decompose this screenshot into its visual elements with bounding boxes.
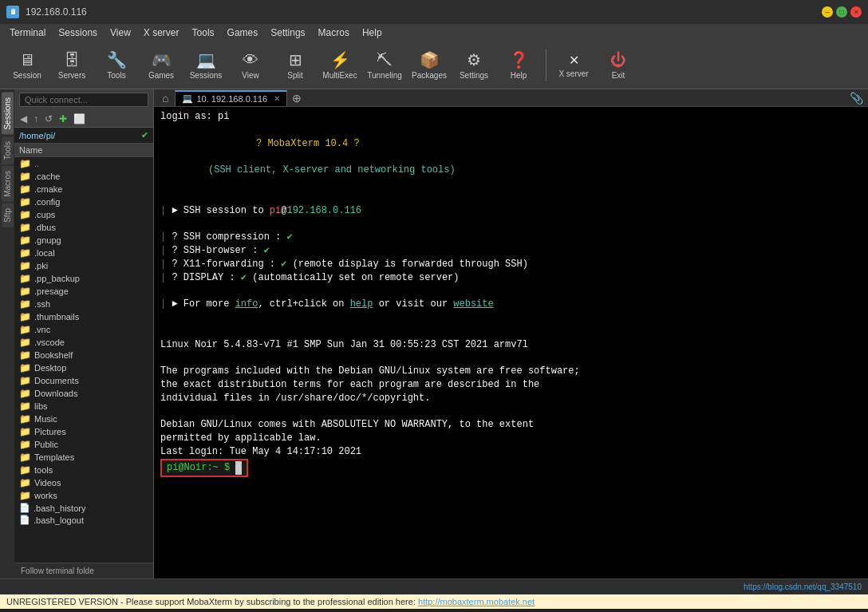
file-item-music[interactable]: 📁 Music	[14, 413, 153, 425]
menu-xserver[interactable]: X server	[137, 26, 186, 40]
toolbar-view-label: View	[242, 71, 259, 80]
file-item-desktop[interactable]: 📁 Desktop	[14, 361, 153, 374]
folder-icon-downloads: 📁	[19, 388, 31, 399]
view-icon: 👁	[243, 51, 258, 69]
file-item-dotdot[interactable]: 📁 ..	[14, 157, 153, 170]
file-item-libs[interactable]: 📁 libs	[14, 400, 153, 413]
line-blank4	[160, 191, 862, 204]
toolbar-tools[interactable]: 🔧 Tools	[96, 45, 137, 86]
file-item-pp-backup[interactable]: 📁 .pp_backup	[14, 272, 153, 285]
toolbar-servers[interactable]: 🗄 Servers	[51, 45, 93, 86]
toolbar-packages[interactable]: 📦 Packages	[408, 45, 450, 86]
file-item-downloads[interactable]: 📁 Downloads	[14, 387, 153, 400]
file-tool-terminal[interactable]: ⬜	[71, 113, 88, 125]
file-item-cache[interactable]: 📁 .cache	[14, 170, 153, 183]
file-label-documents: Documents	[34, 376, 79, 385]
file-item-cups[interactable]: 📁 .cups	[14, 208, 153, 221]
tab-home-button[interactable]: ⌂	[157, 90, 173, 106]
toolbar-sessions[interactable]: 💻 Sessions	[185, 45, 227, 86]
menu-tools[interactable]: Tools	[186, 26, 221, 40]
tab-icon: 💻	[182, 93, 193, 104]
sidebar-tab-macros[interactable]: Macros	[2, 166, 14, 202]
menu-help[interactable]: Help	[356, 26, 389, 40]
toolbar-help[interactable]: ❓ Help	[498, 45, 539, 86]
file-list[interactable]: 📁 .. 📁 .cache 📁 .cmake 📁 .config 📁 .cups…	[14, 157, 153, 563]
file-item-bash-logout[interactable]: 📄 .bash_logout	[14, 514, 153, 526]
file-tool-back[interactable]: ◀	[18, 113, 30, 125]
file-item-thumbnails[interactable]: 📁 .thumbnails	[14, 310, 153, 323]
menu-macros[interactable]: Macros	[312, 26, 356, 40]
active-tab[interactable]: 💻 10. 192.168.0.116 ✕	[175, 90, 287, 106]
folder-icon-cache: 📁	[19, 171, 31, 182]
file-item-public[interactable]: 📁 Public	[14, 438, 153, 451]
quick-connect-input[interactable]	[19, 93, 148, 107]
file-item-tools[interactable]: 📁 tools	[14, 464, 153, 476]
menu-games[interactable]: Games	[221, 26, 265, 40]
file-tool-refresh[interactable]: ↺	[42, 113, 55, 125]
split-icon: ⊞	[289, 50, 302, 69]
file-item-templates[interactable]: 📁 Templates	[14, 451, 153, 464]
toolbar-xserver[interactable]: ✕ X server	[553, 45, 594, 86]
window-title: 192.168.0.116	[26, 6, 815, 18]
toolbar-split-label: Split	[287, 71, 302, 80]
tab-add-button[interactable]: ⊕	[289, 90, 305, 106]
file-item-videos[interactable]: 📁 Videos	[14, 476, 153, 489]
folder-icon-cmake: 📁	[19, 184, 31, 195]
sidebar-tab-tools[interactable]: Tools	[2, 136, 14, 164]
toolbar-multiexec[interactable]: ⚡ MultiExec	[319, 45, 361, 86]
menu-view[interactable]: View	[104, 26, 137, 40]
left-tab-bar: Sessions Tools Macros Sftp	[0, 89, 14, 578]
file-item-config[interactable]: 📁 .config	[14, 195, 153, 208]
toolbar-games[interactable]: 🎮 Games	[140, 45, 182, 86]
toolbar-tunneling[interactable]: ⛏ Tunneling	[364, 45, 405, 86]
file-icon-bash-logout: 📄	[19, 515, 30, 525]
unreg-link[interactable]: http://mobaxterm.mobatek.net	[418, 597, 535, 606]
file-item-gnupg[interactable]: 📁 .gnupg	[14, 234, 153, 247]
file-label-bash-logout: .bash_logout	[34, 515, 84, 525]
file-item-local[interactable]: 📁 .local	[14, 247, 153, 259]
toolbar-split[interactable]: ⊞ Split	[274, 45, 316, 86]
exit-icon: ⏻	[610, 51, 626, 69]
file-item-presage[interactable]: 📁 .presage	[14, 285, 153, 298]
status-right-link[interactable]: https://blog.csdn.net/qq_3347510	[744, 582, 862, 591]
tab-attach-button[interactable]: 📎	[848, 90, 865, 106]
file-label-cmake: .cmake	[34, 184, 62, 194]
menu-settings[interactable]: Settings	[264, 26, 311, 40]
active-tab-label: 10. 192.168.0.116	[196, 94, 267, 104]
file-tool-up[interactable]: ↑	[31, 113, 41, 125]
file-label-presage: .presage	[34, 286, 69, 296]
file-label-pp-backup: .pp_backup	[34, 274, 80, 283]
file-panel-status: Follow terminal folde	[14, 563, 153, 578]
file-item-bash-history[interactable]: 📄 .bash_history	[14, 502, 153, 514]
file-item-vscode[interactable]: 📁 .vscode	[14, 336, 153, 349]
menu-sessions[interactable]: Sessions	[52, 26, 104, 40]
sidebar-tab-sessions[interactable]: Sessions	[2, 93, 14, 135]
toolbar-view[interactable]: 👁 View	[230, 45, 271, 86]
toolbar-exit[interactable]: ⏻ Exit	[598, 45, 639, 86]
file-item-cmake[interactable]: 📁 .cmake	[14, 183, 153, 195]
file-item-pictures[interactable]: 📁 Pictures	[14, 425, 153, 438]
maximize-button[interactable]: □	[836, 6, 847, 18]
minimize-button[interactable]: ─	[822, 6, 833, 18]
close-button[interactable]: ✕	[850, 6, 862, 18]
sidebar-tab-sftp[interactable]: Sftp	[2, 203, 14, 227]
toolbar-settings[interactable]: ⚙ Settings	[453, 45, 495, 86]
file-item-dbus[interactable]: 📁 .dbus	[14, 221, 153, 234]
prompt-text: pi@Noir:~ $	[167, 462, 235, 473]
line-mobaxterm: ? MobaXterm 10.4 ?	[160, 137, 862, 151]
line-blank7	[160, 311, 862, 325]
toolbar-exit-label: Exit	[612, 71, 625, 80]
settings-icon: ⚙	[467, 50, 481, 69]
file-tool-newfile[interactable]: ✚	[57, 113, 69, 125]
tab-close-button[interactable]: ✕	[274, 94, 280, 103]
file-item-vnc[interactable]: 📁 .vnc	[14, 323, 153, 336]
file-item-ssh[interactable]: 📁 .ssh	[14, 298, 153, 310]
toolbar-session[interactable]: 🖥 Session	[6, 45, 48, 86]
col-name-label: Name	[19, 145, 42, 155]
line-more-info: | ► For more info, ctrl+click on help or…	[160, 298, 862, 311]
menu-terminal[interactable]: Terminal	[3, 26, 52, 40]
file-item-works[interactable]: 📁 works	[14, 489, 153, 502]
file-item-documents[interactable]: 📁 Documents	[14, 374, 153, 387]
file-item-bookshelf[interactable]: 📁 Bookshelf	[14, 349, 153, 361]
file-item-pki[interactable]: 📁 .pki	[14, 259, 153, 272]
